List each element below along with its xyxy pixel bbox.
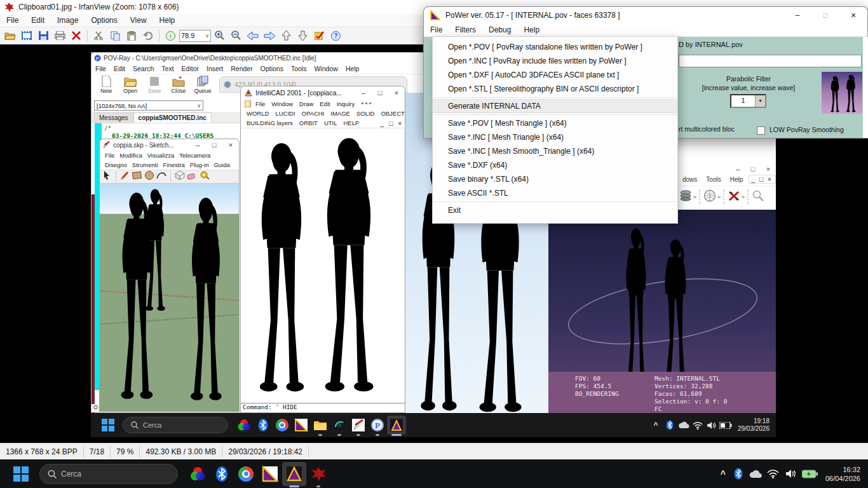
search-input[interactable]: Cerca [39, 464, 178, 484]
menu-item-save-pov[interactable]: Save *.POV [ Mesh Triangle ] (x64) [433, 116, 677, 130]
volume-tray-icon[interactable] [782, 469, 800, 478]
icad-menu-file[interactable]: File [252, 100, 268, 107]
search-input[interactable]: Cerca [123, 417, 228, 433]
circle-tool-icon[interactable] [144, 170, 154, 183]
power-active-icon[interactable] [282, 462, 306, 486]
tab-coppiasmoothed[interactable]: coppiaSMOOTHED.inc [133, 112, 212, 123]
minimize-icon[interactable]: – [783, 11, 811, 20]
open-icon[interactable] [3, 29, 18, 43]
icad-menu-draw[interactable]: Draw [296, 100, 316, 107]
pov-menu-text[interactable]: Text [158, 65, 177, 72]
sk-menu-telecamera[interactable]: Telecamera [177, 152, 213, 159]
icad-menu-edit[interactable]: Edit [316, 100, 333, 107]
battery-tray-icon[interactable] [719, 422, 733, 429]
pw-menu-debug[interactable]: Debug [482, 25, 517, 34]
pov-menu-render[interactable]: Render [227, 65, 256, 72]
mdi-minimize-icon[interactable]: _ [749, 175, 757, 183]
pw-menu-file[interactable]: File [424, 25, 449, 34]
icad-menu-image[interactable]: IMAGE [327, 110, 353, 117]
zoom-select[interactable]: 78.9∨ [179, 30, 211, 42]
mdi-minimize-icon[interactable]: _ [377, 119, 384, 127]
icad-menu-object[interactable]: OBJECT [377, 110, 405, 117]
icad-menu-window[interactable]: Window [268, 100, 296, 107]
eraser-tool-icon[interactable] [187, 171, 197, 182]
pw-menu-filters[interactable]: Filters [449, 25, 482, 34]
low-smoothing-checkbox[interactable] [757, 126, 765, 135]
sk-menu-guida[interactable]: Guida [211, 161, 232, 168]
pw-menu-help[interactable]: Help [517, 25, 546, 34]
pov-menu-tools[interactable]: Tools [287, 65, 311, 72]
pov-menu-options[interactable]: Options [257, 65, 287, 72]
icad-menu-lucidi[interactable]: LUCIDI [272, 110, 298, 117]
chrome-icon[interactable] [273, 416, 292, 435]
copy-icon[interactable] [107, 29, 123, 43]
stl-viewer-3d-canvas[interactable]: FOV: 60 FPS: 454.5 BO_RENDERING Mesh: IN… [548, 210, 776, 413]
search-icon[interactable] [752, 189, 764, 205]
onedrive-tray-icon[interactable] [747, 470, 764, 478]
pov-menu-help[interactable]: Help [342, 65, 363, 72]
expand-icon[interactable]: » [717, 194, 721, 200]
menu-item-exit[interactable]: Exit [433, 203, 677, 217]
first-image-icon[interactable] [278, 29, 294, 43]
bluetooth-app-icon[interactable] [210, 462, 234, 486]
icad-menu-building[interactable]: BUILDING layers [243, 119, 296, 126]
paste-icon[interactable] [124, 29, 139, 43]
start-button[interactable] [9, 462, 33, 486]
pov-save-button[interactable]: Save [144, 76, 165, 94]
stl-menu-tools[interactable]: Tools [702, 176, 725, 183]
tape-measure-tool-icon[interactable] [199, 171, 209, 182]
intellicad-command-line[interactable]: Command: ' HIDE [241, 403, 405, 412]
arc-tool-icon[interactable] [156, 170, 166, 183]
print-icon[interactable] [52, 29, 67, 43]
icad-menu-util[interactable]: UTIL [321, 119, 341, 126]
pov-open-button[interactable]: Open [119, 76, 141, 94]
layers-stack-icon[interactable] [679, 190, 692, 204]
sketchup-taskbar-icon[interactable] [349, 416, 368, 435]
iv-menu-image[interactable]: Image [51, 16, 85, 25]
info-icon[interactable]: i [163, 29, 178, 43]
zoom-out-icon[interactable] [229, 29, 244, 43]
sk-menu-strumenti[interactable]: Strumenti [130, 161, 161, 168]
sk-menu-file[interactable]: File [102, 152, 117, 159]
close-icon[interactable]: × [839, 10, 867, 20]
wifi-tray-icon[interactable] [764, 469, 782, 478]
tray-chevron-icon[interactable]: ^ [649, 421, 663, 430]
menu-item-save-ascii-stl[interactable]: Save ASCII *.STL [433, 186, 677, 200]
icad-menu-opachi[interactable]: OPACHI [299, 110, 328, 117]
icad-menu-solid[interactable]: SOLID [353, 110, 378, 117]
pushpull-tool-icon[interactable] [175, 170, 185, 183]
pencil-tool-icon[interactable] [120, 170, 130, 183]
intellicad2001-taskbar-icon[interactable] [387, 416, 406, 435]
tray-clock[interactable]: 19:18 29/03/2026 [738, 417, 770, 433]
iv-menu-options[interactable]: Options [85, 16, 123, 25]
stl-menu-windows[interactable]: dows [678, 176, 702, 183]
sk-menu-plugin[interactable]: Plug-in [187, 161, 212, 168]
close-icon[interactable]: × [222, 141, 239, 149]
bluetooth-tray-icon[interactable] [730, 468, 747, 480]
sk-menu-visualizza[interactable]: Visualizza [145, 152, 177, 159]
wifi-tray-icon[interactable] [691, 421, 705, 430]
color-app-icon[interactable] [186, 462, 210, 486]
icad-menu-more[interactable]: * * * [358, 100, 374, 107]
intellicad-canvas[interactable] [241, 128, 405, 403]
save-icon[interactable] [36, 29, 51, 43]
menu-item-save-inc-triangle[interactable]: Save *.INC [ Mesh Triangle ] (x64) [433, 130, 677, 144]
file-explorer-icon[interactable] [311, 416, 330, 435]
close-icon[interactable]: × [388, 89, 405, 97]
pov-menu-search[interactable]: Search [129, 65, 158, 72]
intellicad98-icon[interactable] [330, 416, 349, 435]
start-button[interactable] [98, 416, 118, 435]
sketchup-canvas[interactable] [100, 184, 239, 411]
povray-taskbar-icon[interactable]: P [368, 416, 387, 435]
menu-item-generate-internal-data[interactable]: Generate INTERNAL DATA [433, 99, 677, 113]
power-app-icon[interactable] [292, 416, 311, 435]
menu-item-open-inc[interactable]: Open *.INC [ PovRay include files writte… [433, 54, 677, 68]
parabolic-filter-select[interactable]: 1 ▾ [730, 94, 766, 108]
icad-menu-world[interactable]: WORLD [243, 110, 272, 117]
chevron-down-icon[interactable]: ▾ [755, 95, 765, 107]
pov-menu-edit[interactable]: Edit [110, 65, 129, 72]
pov-menu-editor[interactable]: Editor [178, 65, 203, 72]
power-app-icon[interactable] [258, 462, 282, 486]
icad-menu-orbit[interactable]: ORBIT [296, 119, 321, 126]
icad-menu-inquiry[interactable]: Inquiry [334, 100, 358, 107]
